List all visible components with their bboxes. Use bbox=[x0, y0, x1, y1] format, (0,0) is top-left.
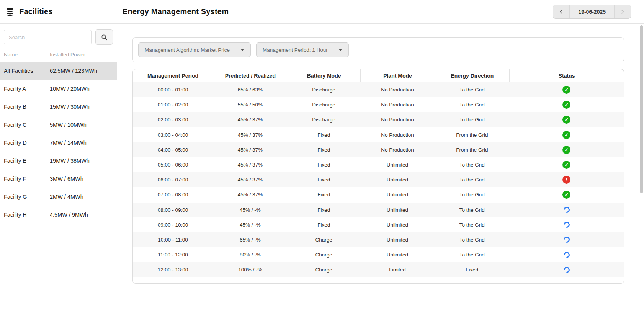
cell-management-period: 00:00 - 01:00 bbox=[133, 87, 213, 93]
cell-battery-mode: Discharge bbox=[288, 102, 360, 108]
cell-predicted-realized: 65% / -% bbox=[213, 237, 288, 243]
column-plant-mode: Plant Mode bbox=[360, 69, 435, 82]
cell-predicted-realized: 45% / 37% bbox=[213, 132, 288, 138]
cell-energy-direction: From the Grid bbox=[435, 147, 509, 153]
table-row: 11:00 - 12:00 80% / -% Charge Unlimited … bbox=[133, 247, 624, 262]
cell-plant-mode: Limited bbox=[360, 267, 435, 273]
cell-energy-direction: To the Grid bbox=[435, 237, 509, 243]
management-algorithm-dropdown[interactable]: Management Algorithm: Market Price bbox=[138, 42, 251, 57]
facility-column-headers: Name Installed Power bbox=[0, 49, 117, 62]
cell-battery-mode: Fixed bbox=[288, 192, 360, 198]
facility-row[interactable]: Facility F 3MW / 6MWh bbox=[0, 170, 117, 188]
cell-predicted-realized: 45% / -% bbox=[213, 222, 288, 228]
facility-name: Facility D bbox=[4, 140, 50, 146]
facility-name: Facility B bbox=[4, 104, 50, 110]
cell-energy-direction: To the Grid bbox=[435, 222, 509, 228]
management-period-value: Management Period: 1 Hour bbox=[263, 47, 328, 53]
table-row: 08:00 - 09:00 45% / -% Fixed Unlimited T… bbox=[133, 203, 624, 217]
success-status-icon bbox=[562, 101, 570, 109]
cell-status bbox=[509, 207, 624, 213]
table-row: 07:00 - 08:00 45% / 37% Fixed Unlimited … bbox=[133, 187, 624, 202]
filters-card: Management Algorithm: Market Price Manag… bbox=[132, 37, 624, 62]
pending-status-icon bbox=[562, 237, 571, 243]
facility-row[interactable]: Facility D 7MW / 14MWh bbox=[0, 134, 117, 152]
facility-row[interactable]: Facility C 5MW / 10MWh bbox=[0, 116, 117, 134]
cell-status bbox=[509, 267, 624, 273]
cell-management-period: 08:00 - 09:00 bbox=[133, 207, 213, 213]
column-predicted-realized: Predicted / Realized bbox=[213, 69, 288, 82]
facility-row[interactable]: Facility A 10MW / 20MWh bbox=[0, 80, 117, 98]
cell-plant-mode: No Production bbox=[360, 132, 435, 138]
success-status-icon bbox=[562, 146, 570, 154]
cell-predicted-realized: 65% / 63% bbox=[213, 87, 288, 93]
table-body: 00:00 - 01:00 65% / 63% Discharge No Pro… bbox=[133, 82, 624, 277]
pending-status-icon bbox=[562, 207, 571, 213]
cell-energy-direction: From the Grid bbox=[435, 132, 509, 138]
facility-installed-power: 10MW / 20MWh bbox=[50, 86, 113, 92]
column-management-period: Management Period bbox=[133, 69, 213, 82]
table-row: 09:00 - 10:00 45% / -% Fixed Unlimited T… bbox=[133, 217, 624, 232]
cell-plant-mode: Unlimited bbox=[360, 222, 435, 228]
cell-status bbox=[509, 161, 624, 169]
facility-installed-power: 15MW / 30MWh bbox=[50, 104, 113, 110]
success-status-icon bbox=[562, 161, 570, 169]
facility-list: All Facilities 62.5MW / 123MWh Facility … bbox=[0, 62, 117, 224]
next-day-button[interactable] bbox=[615, 5, 631, 18]
facility-name: Facility A bbox=[4, 86, 50, 92]
table-row: 06:00 - 07:00 45% / 37% Fixed Unlimited … bbox=[133, 172, 624, 187]
facility-name: Facility C bbox=[4, 122, 50, 128]
facility-row[interactable]: Facility B 15MW / 30MWh bbox=[0, 98, 117, 116]
cell-energy-direction: To the Grid bbox=[435, 177, 509, 183]
cell-energy-direction: To the Grid bbox=[435, 192, 509, 198]
cell-status bbox=[509, 101, 624, 109]
cell-status bbox=[509, 131, 624, 139]
cell-status bbox=[509, 146, 624, 154]
search-input[interactable] bbox=[4, 30, 92, 44]
facility-row[interactable]: Facility H 4.5MW / 9MWh bbox=[0, 206, 117, 224]
sidebar: Facilities Name Installed Power All Faci… bbox=[0, 0, 117, 312]
success-status-icon bbox=[562, 131, 570, 139]
table-row: 12:00 - 13:00 100% / -% Charge Limited F… bbox=[133, 262, 624, 277]
cell-plant-mode: Unlimited bbox=[360, 237, 435, 243]
facility-name: Facility F bbox=[4, 176, 50, 182]
cell-status bbox=[509, 191, 624, 199]
main-header: Energy Management System 19-06-2025 bbox=[117, 0, 644, 24]
cell-management-period: 10:00 - 11:00 bbox=[133, 237, 213, 243]
chevron-right-icon bbox=[620, 9, 625, 15]
current-date: 19-06-2025 bbox=[569, 5, 615, 18]
table-header-row: Management Period Predicted / Realized B… bbox=[133, 69, 624, 82]
chevron-down-icon bbox=[240, 49, 244, 51]
cell-battery-mode: Charge bbox=[288, 252, 360, 258]
cell-status bbox=[509, 176, 624, 184]
previous-day-button[interactable] bbox=[553, 5, 569, 18]
cell-predicted-realized: 100% / -% bbox=[213, 267, 288, 273]
facility-row[interactable]: Facility G 2MW / 4MWh bbox=[0, 188, 117, 206]
management-period-dropdown[interactable]: Management Period: 1 Hour bbox=[256, 42, 349, 57]
cell-management-period: 07:00 - 08:00 bbox=[133, 192, 213, 198]
scrollbar-thumb[interactable] bbox=[640, 25, 643, 193]
table-row: 04:00 - 05:00 45% / 37% Fixed No Product… bbox=[133, 142, 624, 157]
pending-status-icon bbox=[562, 267, 571, 273]
table-row: 05:00 - 06:00 45% / 37% Fixed Unlimited … bbox=[133, 157, 624, 172]
cell-predicted-realized: 45% / 37% bbox=[213, 117, 288, 123]
cell-management-period: 04:00 - 05:00 bbox=[133, 147, 213, 153]
search-button[interactable] bbox=[95, 29, 113, 45]
error-status-icon bbox=[562, 176, 570, 184]
cell-battery-mode: Discharge bbox=[288, 117, 360, 123]
cell-predicted-realized: 45% / 37% bbox=[213, 192, 288, 198]
facility-name: Facility G bbox=[4, 194, 50, 200]
chevron-left-icon bbox=[559, 9, 564, 15]
cell-battery-mode: Discharge bbox=[288, 87, 360, 93]
facility-name: All Facilities bbox=[4, 68, 50, 74]
cell-battery-mode: Fixed bbox=[288, 222, 360, 228]
cell-management-period: 11:00 - 12:00 bbox=[133, 252, 213, 258]
cell-plant-mode: Unlimited bbox=[360, 252, 435, 258]
facility-row[interactable]: All Facilities 62.5MW / 123MWh bbox=[0, 62, 117, 80]
column-status: Status bbox=[509, 69, 624, 82]
facility-row[interactable]: Facility E 19MW / 38MWh bbox=[0, 152, 117, 170]
cell-plant-mode: No Production bbox=[360, 117, 435, 123]
chevron-down-icon bbox=[338, 49, 342, 51]
table-row: 10:00 - 11:00 65% / -% Charge Unlimited … bbox=[133, 232, 624, 247]
facility-installed-power: 4.5MW / 9MWh bbox=[50, 212, 113, 218]
cell-status bbox=[509, 86, 624, 94]
